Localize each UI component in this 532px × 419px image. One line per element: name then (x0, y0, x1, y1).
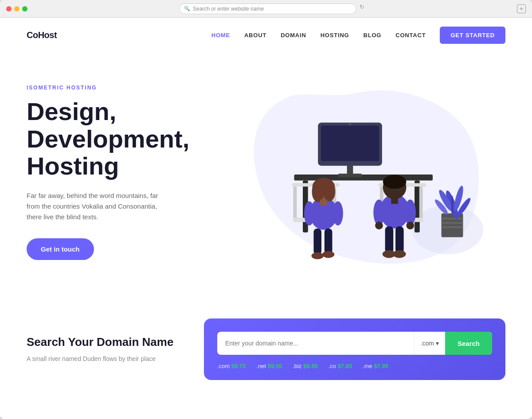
nav-links: HOME ABOUT DOMAIN HOSTING BLOG CONTACT G… (211, 27, 505, 44)
hero-badge: ISOMETRIC HOSTING (27, 85, 213, 91)
svg-point-37 (406, 221, 414, 229)
svg-point-25 (332, 201, 343, 225)
svg-rect-44 (442, 222, 463, 224)
svg-rect-5 (338, 174, 362, 177)
address-bar: 🔍 Search or enter website name ↻ (31, 4, 513, 14)
hero-illustration (213, 70, 505, 274)
nav-domain[interactable]: DOMAIN (281, 32, 306, 39)
nav-cta-button[interactable]: GET STARTED (440, 27, 505, 44)
traffic-lights (6, 6, 27, 12)
new-tab-button[interactable]: + (517, 4, 526, 13)
domain-input[interactable] (217, 332, 414, 355)
svg-rect-1 (294, 175, 433, 181)
svg-rect-38 (385, 226, 394, 253)
hero-cta-button[interactable]: Get in touch (27, 238, 94, 260)
browser-window: 🔍 Search or enter website name ↻ + CoHos… (0, 0, 532, 419)
svg-point-22 (323, 182, 335, 201)
domain-extension-selector[interactable]: .com ▾ (414, 332, 445, 355)
maximize-button[interactable] (22, 6, 27, 12)
domain-description: A small river named Duden flows by their… (27, 354, 177, 364)
browser-toolbar: 🔍 Search or enter website name ↻ + (0, 0, 532, 18)
svg-rect-45 (442, 226, 463, 228)
svg-point-32 (383, 175, 407, 189)
navbar: CoHost HOME ABOUT DOMAIN HOSTING BLOG CO… (0, 18, 532, 53)
svg-point-21 (312, 182, 324, 202)
logo[interactable]: CoHost (27, 30, 57, 40)
nav-contact[interactable]: CONTACT (395, 32, 426, 39)
price-biz: .biz $8.95 (293, 363, 317, 369)
hero-section: ISOMETRIC HOSTING Design, Development, H… (0, 53, 532, 301)
domain-prices: .com $9.75 .net $9.50 .biz $8.95 (217, 363, 492, 369)
svg-point-34 (373, 200, 384, 226)
price-com: .com $9.75 (217, 363, 246, 369)
svg-point-28 (312, 252, 324, 260)
price-me: .me $7.95 (363, 363, 388, 369)
minimize-button[interactable] (14, 6, 20, 12)
svg-point-29 (322, 251, 334, 258)
domain-search-bar: .com ▾ Search (217, 332, 492, 355)
svg-point-9 (349, 123, 352, 126)
domain-search-button[interactable]: Search (445, 332, 492, 355)
close-button[interactable] (6, 6, 12, 12)
domain-info: Search Your Domain Name A small river na… (27, 335, 177, 364)
svg-rect-39 (395, 226, 404, 253)
domain-search-card: .com ▾ Search .com $9.75 .net $9.50 (204, 318, 505, 380)
chevron-down-icon: ▾ (436, 340, 439, 347)
svg-rect-27 (325, 229, 332, 255)
svg-rect-8 (321, 126, 379, 161)
url-placeholder: Search or enter website name (193, 6, 264, 12)
nav-home[interactable]: HOME (211, 32, 230, 39)
website-content: CoHost HOME ABOUT DOMAIN HOSTING BLOG CO… (0, 18, 532, 415)
svg-point-24 (304, 201, 314, 225)
svg-rect-26 (313, 229, 321, 255)
nav-blog[interactable]: BLOG (363, 32, 381, 39)
url-input[interactable]: 🔍 Search or enter website name (179, 4, 356, 14)
nav-about[interactable]: ABOUT (244, 32, 266, 39)
svg-rect-43 (442, 218, 463, 220)
svg-rect-33 (391, 198, 398, 204)
svg-point-35 (405, 200, 416, 226)
domain-section: Search Your Domain Name A small river na… (0, 301, 532, 415)
svg-point-36 (375, 221, 383, 229)
svg-rect-3 (415, 181, 420, 233)
hero-description: Far far away, behind the word mountains,… (27, 190, 168, 222)
svg-point-41 (393, 250, 406, 258)
refresh-button[interactable]: ↻ (358, 4, 365, 11)
svg-rect-23 (320, 200, 327, 206)
hero-title: Design, Development, Hosting (27, 98, 213, 180)
price-co: .co $7.80 (329, 363, 352, 369)
scene-illustration (235, 79, 483, 265)
price-net: .net $9.50 (256, 363, 282, 369)
svg-rect-11 (293, 186, 297, 221)
svg-rect-16 (419, 186, 423, 221)
svg-rect-42 (442, 213, 463, 237)
domain-title: Search Your Domain Name (27, 335, 177, 349)
hero-content: ISOMETRIC HOSTING Design, Development, H… (27, 85, 213, 260)
domain-ext-label: .com (421, 340, 434, 347)
nav-hosting[interactable]: HOSTING (321, 32, 349, 39)
